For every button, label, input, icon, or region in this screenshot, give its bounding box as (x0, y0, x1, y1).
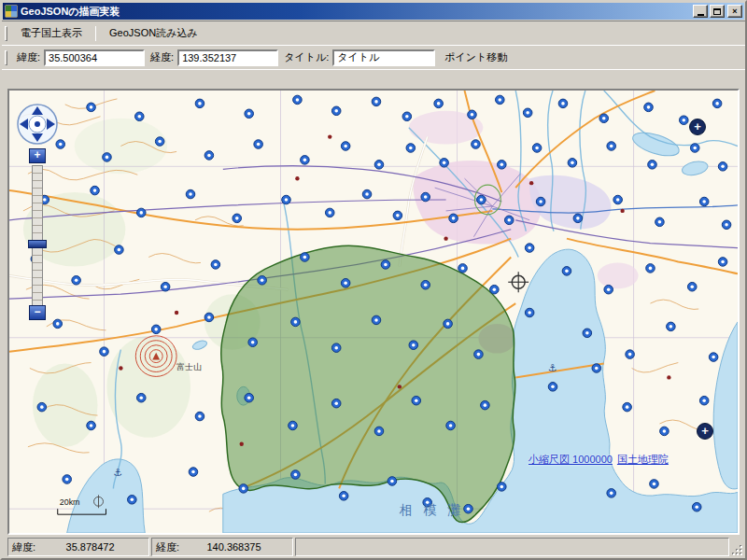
map-marker[interactable] (402, 112, 412, 121)
map-marker[interactable] (599, 114, 609, 123)
close-button[interactable]: × (727, 5, 742, 18)
map-marker[interactable] (523, 108, 532, 118)
electronic-land-display-button[interactable]: 電子国土表示 (11, 23, 92, 43)
map-marker[interactable] (87, 103, 96, 112)
overlay-plus-button[interactable]: + (689, 119, 706, 135)
map-marker[interactable] (709, 353, 718, 362)
map-marker[interactable] (444, 319, 453, 329)
geojson-polygon[interactable] (221, 245, 515, 522)
map-marker[interactable] (440, 159, 449, 168)
map-marker[interactable] (282, 195, 291, 204)
toolbar-grip[interactable] (5, 26, 7, 41)
map-marker[interactable] (195, 412, 204, 421)
map-marker[interactable] (100, 347, 109, 357)
map-marker[interactable] (341, 278, 350, 287)
move-point-button[interactable]: ポイント移動 (435, 48, 516, 67)
map-marker[interactable] (504, 216, 514, 225)
map-marker[interactable] (331, 399, 341, 408)
map-marker[interactable] (498, 161, 507, 170)
map-marker[interactable] (301, 156, 310, 165)
map-marker[interactable] (155, 137, 164, 147)
map-marker[interactable] (291, 317, 301, 327)
map-marker[interactable] (245, 109, 254, 119)
map-marker[interactable] (434, 99, 444, 108)
map-marker[interactable] (53, 319, 63, 329)
map-marker[interactable] (525, 308, 534, 317)
map-marker[interactable] (381, 260, 390, 270)
map-marker[interactable] (667, 322, 676, 331)
map-marker[interactable] (339, 492, 348, 501)
longitude-input[interactable] (177, 49, 278, 66)
map-marker[interactable] (690, 144, 699, 153)
map-marker[interactable] (372, 97, 381, 106)
map-marker[interactable] (72, 276, 81, 286)
map-marker[interactable] (592, 364, 601, 373)
map-marker[interactable] (607, 489, 616, 498)
map-marker[interactable] (573, 214, 583, 223)
zoom-in-button[interactable]: + (29, 148, 46, 163)
map-marker[interactable] (568, 159, 577, 168)
resize-grip-icon[interactable] (731, 544, 743, 556)
map-marker[interactable] (604, 285, 613, 294)
map-marker[interactable] (103, 153, 112, 162)
map-marker[interactable] (186, 189, 195, 199)
map-marker[interactable] (137, 393, 147, 402)
map-marker[interactable] (699, 197, 709, 206)
map-marker[interactable] (374, 427, 384, 436)
window-titlebar[interactable]: GeoJSONの描画実装 × (3, 3, 744, 20)
map-marker[interactable] (449, 214, 458, 223)
map-marker[interactable] (712, 99, 722, 108)
map-marker[interactable] (474, 350, 484, 359)
zoom-slider[interactable] (32, 165, 43, 307)
map-marker[interactable] (91, 186, 100, 195)
scale-map-link[interactable]: 小縮尺図 1000000 (529, 454, 613, 465)
map-marker[interactable] (258, 276, 267, 286)
map-marker[interactable] (388, 477, 397, 486)
map-marker[interactable] (63, 475, 72, 484)
map-marker[interactable] (650, 480, 659, 489)
zoom-slider-handle[interactable] (28, 240, 47, 248)
map-marker[interactable] (87, 421, 96, 430)
map-marker[interactable] (548, 383, 557, 392)
map-marker[interactable] (293, 95, 303, 105)
map-marker[interactable] (291, 470, 301, 480)
map-marker[interactable] (583, 329, 592, 338)
map-marker[interactable] (692, 502, 701, 511)
map-marker[interactable] (525, 244, 534, 253)
maximize-button[interactable] (710, 5, 725, 18)
map-marker[interactable] (115, 245, 124, 255)
map-marker[interactable] (660, 427, 669, 436)
zoom-out-button[interactable]: − (29, 305, 46, 320)
map-marker[interactable] (128, 496, 137, 505)
map-marker[interactable] (699, 396, 709, 405)
map-marker[interactable] (362, 189, 372, 199)
map-marker[interactable] (481, 400, 490, 410)
map-marker[interactable] (626, 350, 635, 359)
toolbar-grip[interactable] (5, 50, 7, 65)
map-marker[interactable] (406, 144, 416, 153)
overlay-plus-button[interactable]: + (697, 423, 713, 440)
map-marker[interactable] (301, 253, 310, 262)
map-marker[interactable] (623, 402, 632, 412)
map-marker[interactable] (458, 264, 468, 273)
map-marker[interactable] (245, 393, 254, 402)
map-marker[interactable] (254, 140, 263, 149)
map-marker[interactable] (239, 484, 248, 494)
map-marker[interactable] (374, 161, 384, 170)
map-marker[interactable] (331, 106, 341, 116)
map-marker[interactable] (558, 99, 568, 108)
map-marker[interactable] (151, 325, 161, 334)
map-marker[interactable] (613, 195, 623, 204)
map-marker[interactable] (446, 421, 456, 430)
map-marker[interactable] (204, 313, 214, 322)
map-marker[interactable] (233, 214, 242, 223)
map-marker[interactable] (372, 315, 381, 325)
map-marker[interactable] (655, 217, 665, 227)
map-marker[interactable] (135, 112, 145, 121)
map-marker[interactable] (477, 195, 486, 204)
map-marker[interactable] (421, 192, 430, 202)
map-marker[interactable] (687, 282, 697, 291)
map-marker[interactable] (532, 144, 542, 153)
map-marker[interactable] (161, 282, 170, 291)
map-marker[interactable] (718, 162, 727, 172)
